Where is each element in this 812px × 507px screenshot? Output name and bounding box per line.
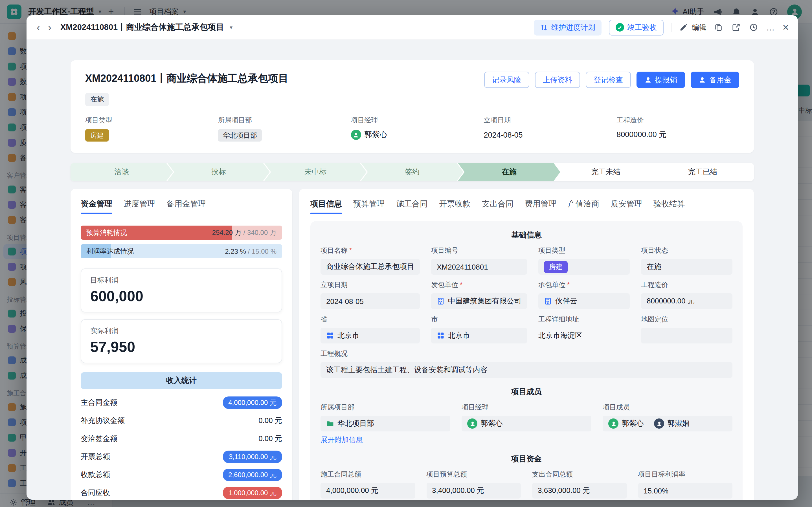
stage-step[interactable]: 投标 — [167, 163, 270, 181]
copy-button[interactable] — [714, 22, 724, 33]
tab[interactable]: 进度管理 — [123, 199, 155, 214]
tab[interactable]: 资金管理 — [81, 199, 112, 214]
forward-arrow-icon[interactable]: › — [47, 22, 52, 33]
tab[interactable]: 支出合同 — [482, 199, 513, 214]
form-field-manager: 项目经理 郭紫心 — [462, 403, 591, 445]
more-button[interactable]: … — [766, 22, 775, 32]
target-profit-value: 600,000 — [90, 288, 273, 305]
form-field-value[interactable]: 北京市海淀区 — [538, 328, 630, 343]
form-field-members: 项目成员 郭紫心 — [603, 403, 733, 445]
form-field-value[interactable]: XM2024110801 — [431, 259, 527, 275]
form-field-value[interactable]: 4,000,000.00 元 — [321, 483, 415, 499]
tab[interactable]: 预算管理 — [353, 199, 385, 214]
upload-material-button[interactable]: 上传资料 — [535, 72, 580, 88]
petty-cash-button[interactable]: 备用金 — [691, 72, 739, 88]
form-field-value[interactable]: 商业综合体施工总承包项目 — [321, 259, 420, 275]
form-field-overview: 工程概况 该工程主要包括土建工程、设备安装和调试等内容 — [321, 349, 733, 378]
form-field-value[interactable]: 北京市 — [431, 328, 527, 343]
member-chip: 郭淑娴 — [654, 418, 690, 429]
tab[interactable]: 备用金管理 — [166, 199, 206, 214]
member-chip: 郭紫心 — [608, 418, 644, 429]
funds-grid: 施工合同总额 4,000,000.00 元 项目预算总额 3,400,0 — [321, 470, 733, 500]
tab[interactable]: 产值洽商 — [568, 199, 599, 214]
stage-step[interactable]: 在施 — [458, 163, 560, 181]
form-field-value[interactable]: 在施 — [641, 259, 733, 275]
form-field-value[interactable]: 北京市 — [321, 328, 420, 343]
section-title-basic-info: 基础信息 — [321, 230, 733, 240]
stage-step[interactable]: 完工未结 — [555, 163, 657, 181]
tab[interactable]: 质安管理 — [610, 199, 642, 214]
form-field-value[interactable]: 该工程主要包括土建工程、设备安装和调试等内容 — [321, 362, 733, 378]
form-field: 发包单位 中国建筑集团有限公司 — [431, 280, 527, 309]
project-info-panel: 项目信息 预算管理 施工合同 开票收款 支出合同 费用管理 产值洽商 — [299, 189, 754, 500]
form-field-value[interactable]: 郭紫心 郭淑娴 — [603, 416, 733, 432]
project-form: 基础信息 项目名称 — [310, 221, 743, 500]
form-field: 工程详细地址 北京市海淀区 — [538, 315, 630, 343]
finance-row: 主合同金额 4,000,000.00 元 — [81, 394, 282, 412]
form-field-value[interactable]: 15.00% — [638, 483, 733, 499]
person-icon — [699, 76, 706, 83]
avatar — [351, 130, 361, 140]
summary-field-department: 所属项目部 华北项目部 — [218, 116, 341, 142]
tab[interactable]: 项目信息 — [310, 199, 342, 214]
tab[interactable]: 施工合同 — [396, 199, 428, 214]
avatar — [654, 418, 664, 429]
back-arrow-icon[interactable]: ‹ — [36, 22, 41, 33]
expense-report-button[interactable]: 提报销 — [637, 72, 685, 88]
form-field-value[interactable]: 3,630,000.00 元 — [532, 483, 627, 499]
department-badge: 华北项目部 — [218, 129, 262, 142]
form-field: 支出合同总额 3,630,000.00 元 — [532, 470, 627, 499]
section-title-funds: 项目资金 — [321, 454, 733, 464]
form-field-value[interactable]: 中国建筑集团有限公司 — [431, 293, 527, 309]
history-button[interactable] — [749, 22, 759, 33]
form-field-value[interactable]: 房建 — [538, 259, 630, 275]
modal-header: ‹ › XM2024110801丨商业综合体施工总承包项目 ▾ 维护进度计划 竣… — [26, 15, 798, 40]
expand-info-link[interactable]: 展开附加信息 — [321, 435, 450, 445]
form-field-value[interactable]: 2024-08-05 — [321, 293, 420, 309]
form-field-value[interactable] — [641, 328, 733, 343]
tab[interactable]: 验收结算 — [653, 199, 685, 214]
finance-row: 补充协议金额 0.00 元 — [81, 412, 282, 430]
project-detail-modal: ‹ › XM2024110801丨商业综合体施工总承包项目 ▾ 维护进度计划 竣… — [26, 15, 798, 500]
basic-info-grid: 项目名称 商业综合体施工总承包项目 — [321, 246, 733, 343]
form-field-department: 所属项目部 华北项目部 展开附加信息 — [321, 403, 450, 445]
form-field-value[interactable]: 郭紫心 — [462, 416, 591, 432]
income-stats-button[interactable]: 收入统计 — [81, 372, 282, 389]
form-field: 施工合同总额 4,000,000.00 元 — [321, 470, 415, 499]
actual-profit-value: 57,950 — [90, 338, 273, 356]
stage-step[interactable]: 签约 — [361, 163, 463, 181]
form-field-value[interactable]: 华北项目部 — [321, 416, 450, 432]
form-field-value[interactable]: 3,400,000.00 元 — [426, 483, 521, 499]
form-field: 立项日期 2024-08-05 — [321, 280, 420, 309]
member-chip: 郭紫心 — [467, 418, 503, 429]
finance-row: 合同应收 1,000,000.00 元 — [81, 484, 282, 500]
profit-rate-progress-bar: 利润率达成情况 2.23 % / 15.00 % — [81, 244, 282, 258]
tab[interactable]: 开票收款 — [439, 199, 471, 214]
maintain-schedule-button[interactable]: 维护进度计划 — [534, 19, 601, 35]
completion-acceptance-button[interactable]: 竣工验收 — [609, 19, 664, 35]
tab[interactable]: 费用管理 — [525, 199, 556, 214]
register-inspection-button[interactable]: 登记检查 — [586, 72, 631, 88]
close-button[interactable]: × — [783, 22, 789, 33]
modal-title: XM2024110801丨商业综合体施工总承包项目 — [60, 22, 224, 33]
stage-step[interactable]: 完工已结 — [651, 163, 754, 181]
budget-progress-bar: 预算消耗情况 254.20 万 / 340.00 万 — [81, 226, 282, 240]
grid-icon — [326, 332, 334, 339]
divider — [671, 23, 671, 32]
check-circle-icon — [616, 23, 624, 32]
form-field-value[interactable]: 8000000.00 元 — [641, 293, 733, 309]
edit-button[interactable]: 编辑 — [679, 22, 706, 33]
chevron-down-icon[interactable]: ▾ — [230, 24, 232, 31]
finance-panel: 资金管理 进度管理 备用金管理 预算消耗情况 254.20 万 / 340.00… — [70, 189, 292, 500]
form-field-value[interactable]: 伙伴云 — [538, 293, 630, 309]
record-risk-button[interactable]: 记录风险 — [484, 72, 529, 88]
stage-step[interactable]: 未中标 — [264, 163, 367, 181]
avatar — [467, 418, 477, 429]
status-badge: 在施 — [85, 93, 109, 106]
stage-step[interactable]: 洽谈 — [70, 163, 173, 181]
screen: 开发工作区-工程型 ▾ + 项目档案 ▾ AI助手 — [0, 0, 812, 507]
form-field: 项目状态 在施 — [641, 246, 733, 275]
share-button[interactable] — [731, 22, 742, 33]
finance-row: 收款总额 2,600,000.00 元 — [81, 466, 282, 484]
target-profit-card: 目标利润 600,000 — [81, 269, 282, 313]
